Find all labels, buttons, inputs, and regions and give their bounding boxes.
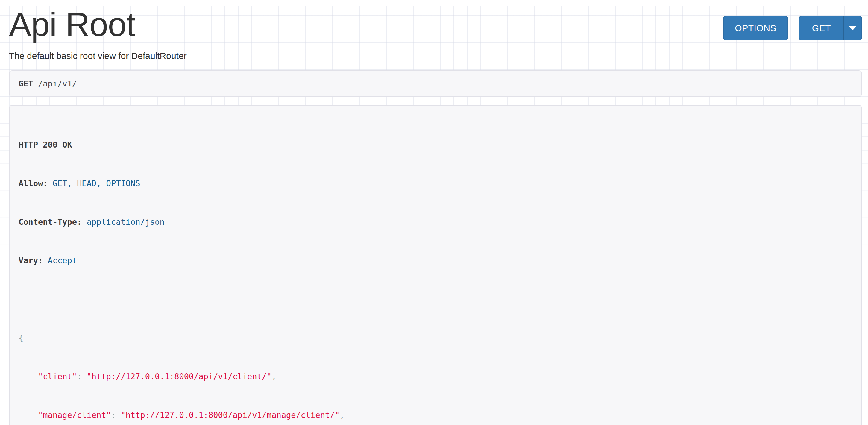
allow-value: GET, HEAD, OPTIONS (53, 179, 141, 188)
request-info-panel: GET /api/v1/ (9, 70, 862, 97)
action-buttons: OPTIONS GET (723, 16, 862, 40)
json-entry-manage-client: "manage/client": "http://127.0.0.1:8000/… (19, 408, 852, 421)
json-key: "manage/client" (38, 410, 111, 420)
api-link-manage-client[interactable]: "http://127.0.0.1:8000/api/v1/manage/cli… (121, 410, 340, 420)
json-entry-client: "client": "http://127.0.0.1:8000/api/v1/… (19, 370, 852, 383)
json-key: "client" (38, 372, 77, 381)
response-header-vary: Vary: Accept (19, 254, 852, 267)
get-button[interactable]: GET (799, 16, 843, 40)
content-type-value: application/json (87, 217, 165, 226)
response-header-content-type: Content-Type: application/json (19, 215, 852, 229)
api-link-client[interactable]: "http://127.0.0.1:8000/api/v1/client/" (87, 372, 272, 381)
blank-line (19, 293, 852, 306)
page-root: Api Root OPTIONS GET The default basic r… (0, 6, 868, 425)
options-button[interactable]: OPTIONS (723, 16, 788, 40)
status-line: HTTP 200 OK (19, 138, 852, 151)
caret-down-icon (849, 26, 857, 30)
response-info-panel: HTTP 200 OK Allow: GET, HEAD, OPTIONS Co… (9, 105, 862, 425)
vary-value: Accept (48, 256, 77, 265)
page-description: The default basic root view for DefaultR… (9, 51, 862, 61)
json-open-brace: { (19, 331, 852, 344)
request-path: /api/v1/ (38, 79, 77, 88)
main-content: Api Root OPTIONS GET The default basic r… (0, 6, 868, 425)
get-button-group: GET (799, 16, 862, 40)
request-method: GET (19, 79, 33, 88)
response-header-allow: Allow: GET, HEAD, OPTIONS (19, 177, 852, 190)
get-dropdown-toggle[interactable] (843, 16, 862, 40)
